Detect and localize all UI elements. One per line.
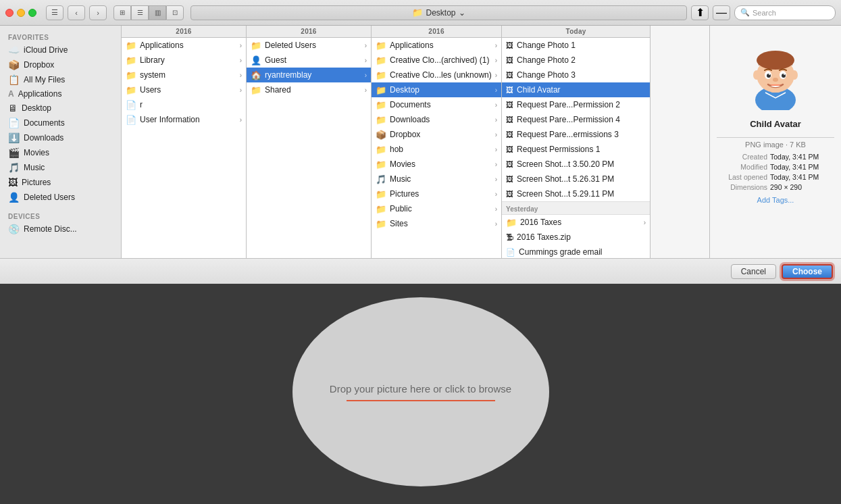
list-item-desktop[interactable]: 📁Desktop› xyxy=(372,82,501,97)
sidebar-item-movies[interactable]: 🎬 Movies xyxy=(0,145,121,160)
share-button[interactable]: ⬆ xyxy=(691,5,709,20)
folder-icon: 📁 xyxy=(376,55,386,66)
close-button[interactable] xyxy=(5,9,14,17)
svg-point-10 xyxy=(769,74,770,75)
list-item-change-photo-3[interactable]: 🖼 Change Photo 3 xyxy=(502,68,650,82)
column-1: 2016 📁Applications› 📁Library› 📁system› 📁… xyxy=(122,26,247,258)
sidebar-item-music[interactable]: 🎵 Music xyxy=(0,160,121,175)
list-item[interactable]: 🖼 Request Pare...Permission 2 xyxy=(502,97,650,112)
sidebar-item-icloud-drive[interactable]: ☁️ iCloud Drive xyxy=(0,43,121,57)
modified-label: Modified xyxy=(717,163,767,171)
list-item[interactable]: 📁Downloads› xyxy=(372,112,501,127)
icon-view-button[interactable]: ⊞ xyxy=(113,5,131,20)
coverflow-view-button[interactable]: ⊡ xyxy=(166,5,184,20)
list-item[interactable]: 📁hob› xyxy=(372,142,501,157)
maximize-button[interactable] xyxy=(28,9,36,17)
list-item[interactable]: 📁Creative Clo...les (unknown)› xyxy=(372,68,501,82)
search-box[interactable]: 🔍 Search xyxy=(734,5,836,20)
folder-icon: 📁 xyxy=(126,41,136,51)
list-item[interactable]: 🖼 Screen Shot...t 5.26.31 PM xyxy=(502,172,650,186)
chevron-right-icon: › xyxy=(365,72,367,79)
list-item[interactable]: 📁Movies› xyxy=(372,157,501,172)
add-tags-button[interactable]: Add Tags... xyxy=(757,196,794,204)
back-button[interactable]: ‹ xyxy=(68,5,85,20)
sidebar-label-deleted-users: Deleted Users xyxy=(24,193,75,202)
list-item[interactable]: 📁Public› xyxy=(372,201,501,216)
list-item[interactable]: 🖼 Request Pare...ermissions 3 xyxy=(502,127,650,142)
list-item-ryantremblay[interactable]: 🏠ryantremblay› xyxy=(247,68,371,82)
folder-icon: 📁 xyxy=(376,70,386,80)
favorites-section-label: Favorites xyxy=(0,31,121,43)
folder-icon: 📁 xyxy=(376,115,386,125)
file-icon: 📄 xyxy=(126,115,136,125)
sidebar-item-desktop[interactable]: 🖥 Desktop xyxy=(0,101,121,116)
sidebar-item-dropbox[interactable]: 📦 Dropbox xyxy=(0,57,121,72)
folder-icon: 📁 xyxy=(376,145,386,155)
screenshot-icon: 🖼 xyxy=(506,190,513,198)
list-item[interactable]: 📄r xyxy=(122,97,246,112)
list-item[interactable]: 📁 2016 Taxes › xyxy=(502,215,650,230)
chevron-right-icon: › xyxy=(495,42,497,49)
list-item[interactable]: 📁Users› xyxy=(122,82,246,97)
deleted-users-icon: 👤 xyxy=(8,192,20,203)
choose-button[interactable]: Choose xyxy=(782,264,833,279)
list-item-change-photo-1[interactable]: 🖼 Change Photo 1 xyxy=(502,38,650,53)
created-value: Today, 3:41 PM xyxy=(770,153,819,161)
sidebar-label-music: Music xyxy=(24,163,45,172)
sidebar-item-all-my-files[interactable]: 📋 All My Files xyxy=(0,72,121,87)
column-2: 2016 📁Deleted Users› 👤Guest› 🏠ryantrembl… xyxy=(247,26,372,258)
tags-button[interactable]: — xyxy=(713,5,730,20)
list-item[interactable]: 🖼 Request Permissions 1 xyxy=(502,142,650,157)
sidebar-toggle-button[interactable]: ☰ xyxy=(46,5,63,20)
list-view-button[interactable]: ☰ xyxy=(131,5,149,20)
dropdown-chevron-icon: ⌄ xyxy=(459,8,465,18)
sidebar-item-applications[interactable]: A Applications xyxy=(0,87,121,101)
svg-point-4 xyxy=(753,70,760,80)
chevron-right-icon: › xyxy=(365,86,367,94)
sidebar-item-documents[interactable]: 📄 Documents xyxy=(0,116,121,130)
sidebar-item-pictures[interactable]: 🖼 Pictures xyxy=(0,175,121,190)
sidebar-item-deleted-users[interactable]: 👤 Deleted Users xyxy=(0,190,121,205)
list-item-child-avatar[interactable]: 🖼 Child Avatar xyxy=(502,82,650,97)
list-item[interactable]: 🖼 Screen Shot...t 3.50.20 PM xyxy=(502,157,650,172)
column-view-button[interactable]: ▥ xyxy=(149,5,166,20)
forward-button[interactable]: › xyxy=(89,5,107,20)
list-item[interactable]: 📁Sites› xyxy=(372,216,501,231)
sidebar-item-remote-disc[interactable]: 💿 Remote Disc... xyxy=(0,222,121,236)
list-item[interactable]: 📁Documents› xyxy=(372,97,501,112)
list-item[interactable]: 📄 Cummings grade email xyxy=(502,245,650,258)
minimize-button[interactable] xyxy=(17,9,25,17)
list-item[interactable]: 📦Dropbox› xyxy=(372,127,501,142)
list-item[interactable]: 📁Deleted Users› xyxy=(247,38,371,53)
list-item[interactable]: 📁Shared› xyxy=(247,82,371,97)
list-item[interactable]: 📁system› xyxy=(122,68,246,82)
list-item[interactable]: 📄User Information› xyxy=(122,112,246,127)
list-item[interactable]: 📁Creative Clo...(archived) (1)› xyxy=(372,53,501,68)
list-item-change-photo-2[interactable]: 🖼 Change Photo 2 xyxy=(502,53,650,68)
sidebar-label-remote-disc: Remote Disc... xyxy=(24,224,77,234)
list-item[interactable]: 🎵Music› xyxy=(372,172,501,186)
chevron-right-icon: › xyxy=(240,116,242,124)
list-item[interactable]: 📁Library› xyxy=(122,53,246,68)
cancel-button[interactable]: Cancel xyxy=(731,264,776,279)
col3-header: 2016 xyxy=(372,26,501,38)
list-item[interactable]: 🖼 Screen Shot...t 5.29.11 PM xyxy=(502,186,650,201)
sidebar-item-downloads[interactable]: ⬇️ Downloads xyxy=(0,130,121,145)
list-item[interactable]: 📁Applications› xyxy=(122,38,246,53)
sidebar-label-applications: Applications xyxy=(18,89,62,99)
list-item[interactable]: 👤Guest› xyxy=(247,53,371,68)
search-icon: 🔍 xyxy=(740,8,750,17)
chevron-right-icon: › xyxy=(495,191,497,198)
list-item[interactable]: 🖼 Request Pare...Permission 4 xyxy=(502,112,650,127)
chevron-right-icon: › xyxy=(495,220,497,228)
list-item[interactable]: 🗜 2016 Taxes.zip xyxy=(502,230,650,245)
chevron-right-icon: › xyxy=(495,101,497,109)
zip-icon: 🗜 xyxy=(506,233,513,241)
sidebar-label-pictures: Pictures xyxy=(22,178,51,187)
upload-area[interactable]: Drop your picture here or click to brows… xyxy=(292,297,549,486)
location-bar[interactable]: 📁 Desktop ⌄ xyxy=(190,5,687,20)
list-item[interactable]: 📁Pictures› xyxy=(372,186,501,201)
list-item[interactable]: 📁Applications› xyxy=(372,38,501,53)
col1-header: 2016 xyxy=(122,26,246,38)
documents-icon: 📄 xyxy=(8,118,20,128)
